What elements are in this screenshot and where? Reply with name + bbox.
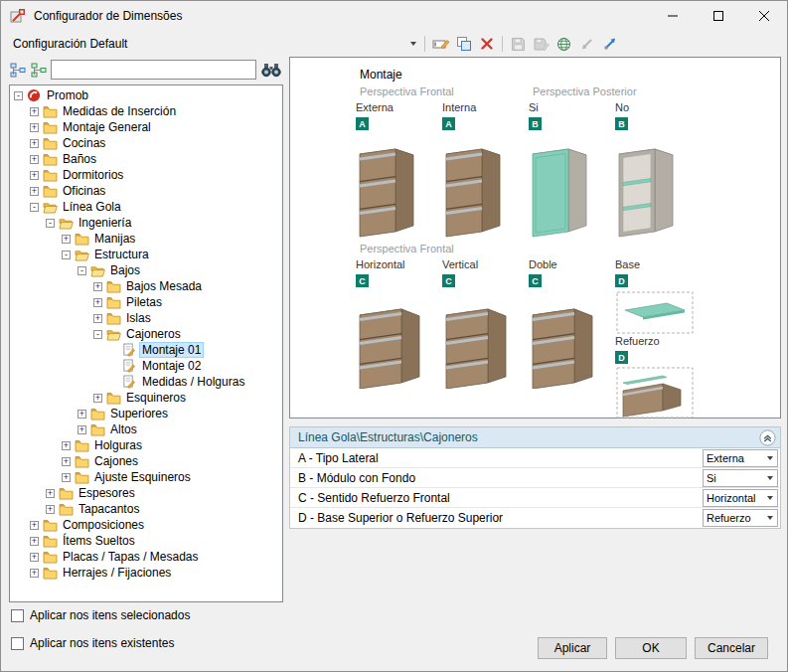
save-config-as-icon[interactable]: [530, 33, 552, 55]
preview-column: SiB: [529, 101, 615, 240]
tree-toggle-icon[interactable]: +: [30, 123, 39, 132]
ok-button[interactable]: OK: [615, 637, 687, 659]
property-value-dropdown[interactable]: Si: [703, 469, 778, 487]
tree-toggle-icon[interactable]: -: [62, 251, 71, 259]
tree-item[interactable]: -Cajoneros: [10, 326, 282, 342]
tree-item[interactable]: +Cajones: [10, 453, 282, 469]
tree-item[interactable]: Medidas / Holguras: [10, 374, 282, 390]
preview-item-badge: B: [615, 117, 628, 130]
find-binoculars-icon[interactable]: [259, 60, 283, 80]
page-icon: [122, 359, 138, 373]
tree-toggle-icon[interactable]: +: [30, 521, 39, 530]
tree-item[interactable]: +Bajos Mesada: [10, 278, 282, 294]
tree-toggle-icon[interactable]: +: [30, 537, 39, 546]
tree-item[interactable]: +Montaje General: [10, 119, 282, 135]
preview-item-badge: A: [356, 117, 369, 130]
page-icon: [122, 343, 138, 357]
aplicar-button[interactable]: Aplicar: [538, 637, 607, 659]
tree-toggle-icon[interactable]: +: [78, 410, 86, 419]
tree-toggle-icon[interactable]: +: [30, 171, 39, 180]
maximize-button[interactable]: [696, 1, 741, 31]
tree-item[interactable]: +Espesores: [10, 485, 282, 501]
import-config-icon[interactable]: [575, 33, 598, 55]
tree-toggle-icon[interactable]: +: [30, 187, 39, 196]
tree-item[interactable]: +Ajuste Esquineros: [10, 469, 282, 485]
tree-item[interactable]: Montaje 01: [10, 342, 282, 358]
tree-item[interactable]: -Estructura: [10, 247, 282, 262]
tree-toggle-icon[interactable]: +: [62, 235, 71, 244]
property-value-dropdown[interactable]: Horizontal: [703, 489, 778, 507]
tree-item[interactable]: +Cocinas: [10, 135, 282, 151]
tree-item[interactable]: +Oficinas: [10, 183, 282, 199]
tree-item[interactable]: +Holguras: [10, 437, 282, 453]
folder-icon: [43, 137, 59, 150]
checkbox-icon[interactable]: [11, 637, 24, 650]
tree-item[interactable]: +Tapacantos: [10, 501, 282, 517]
tree-item[interactable]: -Bajos: [10, 262, 282, 278]
tree-toggle-icon[interactable]: +: [62, 441, 71, 450]
tree-item[interactable]: +Piletas: [10, 294, 282, 310]
tree-item[interactable]: +Altos: [10, 421, 282, 437]
tree-item[interactable]: +Herrajes / Fijaciones: [10, 565, 282, 581]
tree-item[interactable]: +Composiciones: [10, 517, 282, 533]
delete-config-icon[interactable]: [475, 33, 498, 55]
tree-item[interactable]: +Manijas: [10, 231, 282, 247]
tree-toggle-icon[interactable]: +: [93, 394, 102, 403]
tree-toggle-icon[interactable]: +: [78, 425, 86, 434]
tree-item[interactable]: +Medidas de Inserción: [10, 103, 282, 119]
tree-toggle-icon[interactable]: +: [46, 505, 55, 514]
tree-item[interactable]: +Dormitorios: [10, 167, 282, 183]
tree-item[interactable]: +Islas: [10, 310, 282, 326]
checkbox-aplicar-selecionados[interactable]: Aplicar nos itens selecionados: [11, 607, 190, 623]
expand-all-icon[interactable]: [30, 61, 48, 79]
minimize-button[interactable]: [650, 1, 696, 31]
tree-toggle-icon[interactable]: +: [46, 489, 55, 498]
chevron-down-icon: [763, 490, 777, 506]
tree-item-label: Holguras: [92, 438, 144, 452]
tree-toggle-icon[interactable]: +: [62, 457, 71, 466]
property-value-dropdown[interactable]: Externa: [703, 449, 778, 467]
folder-open-icon: [43, 201, 59, 214]
tree-toggle-icon[interactable]: +: [93, 298, 102, 307]
tree-item[interactable]: +Ítems Sueltos: [10, 533, 282, 549]
tree-toggle-icon[interactable]: +: [62, 473, 71, 482]
cabinet-image-wood-front: [356, 132, 442, 240]
tree-item[interactable]: +Superiores: [10, 406, 282, 421]
tree-item[interactable]: +Esquineros: [10, 390, 282, 406]
property-value-dropdown[interactable]: Refuerzo: [703, 509, 778, 527]
publish-web-icon[interactable]: [552, 33, 575, 55]
tree-search-input[interactable]: [51, 60, 256, 80]
close-button[interactable]: [741, 1, 787, 31]
config-combo[interactable]: Configuración Default: [9, 33, 420, 55]
tree-toggle-icon[interactable]: -: [93, 330, 102, 339]
collapse-panel-button[interactable]: [759, 429, 776, 446]
tree-toggle-icon[interactable]: +: [30, 107, 39, 116]
tree-toggle-icon[interactable]: +: [30, 569, 39, 578]
tree-item-label: Manijas: [92, 232, 137, 246]
tree-item[interactable]: Montaje 02: [10, 358, 282, 374]
tree-toggle-icon[interactable]: -: [30, 203, 39, 212]
tree-toggle-icon[interactable]: +: [93, 282, 102, 291]
tree-toggle-icon[interactable]: +: [30, 553, 39, 562]
tree-toggle-icon[interactable]: +: [93, 314, 102, 323]
checkbox-icon[interactable]: [11, 609, 24, 622]
export-config-icon[interactable]: [598, 33, 621, 55]
tree-toggle-icon[interactable]: +: [30, 139, 39, 148]
duplicate-config-icon[interactable]: [452, 33, 475, 55]
checkbox-aplicar-existentes[interactable]: Aplicar nos itens existentes: [11, 635, 174, 651]
tree-toggle-icon[interactable]: -: [14, 91, 23, 100]
tree-item[interactable]: -Ingeniería: [10, 215, 282, 231]
tree-toggle-icon[interactable]: -: [46, 219, 55, 228]
tree-item[interactable]: +Baños: [10, 151, 282, 167]
save-config-icon[interactable]: [507, 33, 530, 55]
folder-icon: [106, 312, 122, 325]
tree-toggle-icon[interactable]: -: [78, 266, 86, 275]
cancelar-button[interactable]: Cancelar: [695, 637, 768, 659]
tree-item[interactable]: +Placas / Tapas / Mesadas: [10, 549, 282, 565]
cabinet-image-back-panel: [529, 132, 615, 240]
rename-config-icon[interactable]: [429, 33, 452, 55]
tree-item[interactable]: -Línea Gola: [10, 199, 282, 215]
tree-toggle-icon[interactable]: +: [30, 155, 39, 164]
collapse-all-icon[interactable]: [9, 61, 27, 79]
tree-item[interactable]: -Promob: [10, 87, 282, 103]
